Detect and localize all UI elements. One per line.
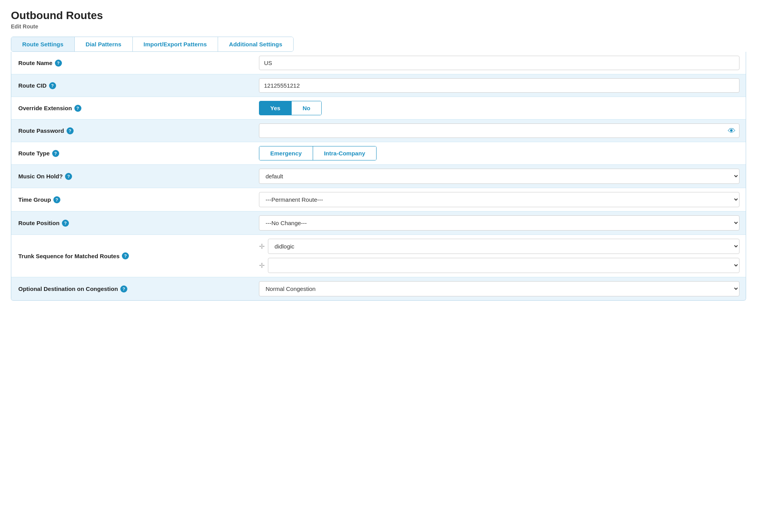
- trunk-select-1[interactable]: didlogic: [268, 239, 739, 254]
- trunk-select-2[interactable]: [268, 258, 739, 273]
- override-extension-yes-button[interactable]: Yes: [259, 101, 291, 115]
- route-type-label: Route Type ?: [11, 145, 253, 162]
- route-type-toggle: Emergency Intra-Company: [259, 146, 377, 160]
- optional-destination-label: Optional Destination on Congestion ?: [11, 281, 253, 297]
- route-cid-value: [253, 74, 746, 97]
- music-on-hold-value: default: [253, 165, 746, 188]
- tab-bar: Route Settings Dial Patterns Import/Expo…: [11, 37, 294, 52]
- optional-destination-select[interactable]: Normal Congestion: [259, 281, 739, 296]
- trunk-drag-handle-2[interactable]: ✛: [259, 261, 265, 270]
- trunk-sequence-help-icon[interactable]: ?: [122, 252, 129, 259]
- route-type-value: Emergency Intra-Company: [253, 142, 746, 164]
- route-cid-input[interactable]: [259, 78, 739, 93]
- route-position-label: Route Position ?: [11, 215, 253, 231]
- route-name-value: [253, 52, 746, 74]
- route-name-label: Route Name ?: [11, 55, 253, 71]
- override-extension-row: Override Extension ? Yes No: [11, 97, 746, 120]
- route-type-intracompany-button[interactable]: Intra-Company: [313, 146, 376, 160]
- route-password-wrapper: 👁: [259, 123, 739, 138]
- music-on-hold-select[interactable]: default: [259, 169, 739, 184]
- route-cid-row: Route CID ?: [11, 74, 746, 97]
- route-password-label: Route Password ?: [11, 123, 253, 139]
- trunk-drag-handle-1[interactable]: ✛: [259, 242, 265, 251]
- time-group-label: Time Group ?: [11, 192, 253, 208]
- route-cid-label: Route CID ?: [11, 78, 253, 94]
- music-on-hold-row: Music On Hold? ? default: [11, 165, 746, 188]
- route-password-help-icon[interactable]: ?: [67, 127, 74, 134]
- time-group-select[interactable]: ---Permanent Route---: [259, 192, 739, 207]
- time-group-row: Time Group ? ---Permanent Route---: [11, 188, 746, 211]
- tab-dial-patterns[interactable]: Dial Patterns: [75, 37, 133, 51]
- optional-destination-row: Optional Destination on Congestion ? Nor…: [11, 277, 746, 300]
- route-name-row: Route Name ?: [11, 52, 746, 74]
- route-type-emergency-button[interactable]: Emergency: [259, 146, 313, 160]
- music-on-hold-label: Music On Hold? ?: [11, 168, 253, 185]
- route-position-value: ---No Change---: [253, 211, 746, 234]
- optional-destination-value: Normal Congestion: [253, 277, 746, 300]
- trunk-section: ✛ didlogic ✛: [259, 239, 739, 273]
- trunk-row-2: ✛: [259, 258, 739, 273]
- route-position-help-icon[interactable]: ?: [62, 220, 69, 227]
- password-visibility-icon[interactable]: 👁: [728, 126, 736, 135]
- route-name-input[interactable]: [259, 56, 739, 70]
- override-extension-help-icon[interactable]: ?: [74, 105, 81, 112]
- override-extension-no-button[interactable]: No: [291, 101, 321, 115]
- tab-route-settings[interactable]: Route Settings: [11, 37, 75, 51]
- time-group-value: ---Permanent Route---: [253, 188, 746, 211]
- trunk-sequence-label: Trunk Sequence for Matched Routes ?: [11, 248, 253, 264]
- optional-destination-help-icon[interactable]: ?: [120, 285, 127, 292]
- override-extension-label: Override Extension ?: [11, 100, 253, 116]
- tab-import-export[interactable]: Import/Export Patterns: [133, 37, 218, 51]
- trunk-select-wrap-1: didlogic: [268, 239, 739, 254]
- time-group-help-icon[interactable]: ?: [53, 196, 60, 203]
- route-type-help-icon[interactable]: ?: [52, 150, 59, 157]
- override-extension-toggle: Yes No: [259, 101, 322, 115]
- trunk-select-wrap-2: [268, 258, 739, 273]
- route-position-row: Route Position ? ---No Change---: [11, 211, 746, 235]
- trunk-sequence-value: ✛ didlogic ✛: [253, 235, 746, 277]
- route-name-help-icon[interactable]: ?: [55, 60, 62, 67]
- route-password-input[interactable]: [259, 123, 739, 138]
- trunk-sequence-row: Trunk Sequence for Matched Routes ? ✛ di…: [11, 235, 746, 277]
- page-subtitle: Edit Route: [11, 23, 746, 30]
- music-on-hold-help-icon[interactable]: ?: [65, 173, 72, 180]
- route-cid-help-icon[interactable]: ?: [49, 82, 56, 89]
- form-container: Route Name ? Route CID ? Override Extens…: [11, 52, 746, 301]
- override-extension-value: Yes No: [253, 97, 746, 119]
- route-type-row: Route Type ? Emergency Intra-Company: [11, 142, 746, 165]
- page-title: Outbound Routes: [11, 9, 746, 22]
- tab-additional-settings[interactable]: Additional Settings: [218, 37, 293, 51]
- trunk-row-1: ✛ didlogic: [259, 239, 739, 254]
- route-position-select[interactable]: ---No Change---: [259, 215, 739, 231]
- route-password-value: 👁: [253, 120, 746, 142]
- route-password-row: Route Password ? 👁: [11, 120, 746, 142]
